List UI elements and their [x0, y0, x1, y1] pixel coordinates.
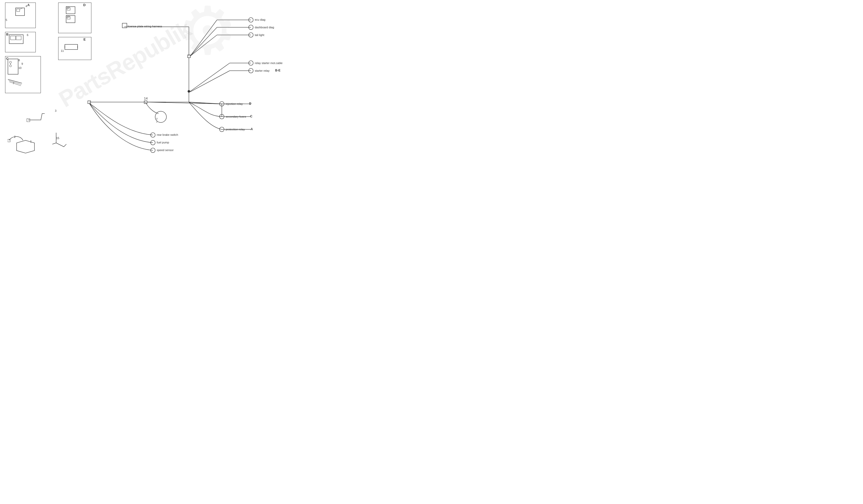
component-box-E	[58, 37, 91, 60]
svg-line-2	[190, 20, 217, 56]
tail-light-label: tail light	[255, 34, 264, 37]
svg-rect-65	[27, 119, 30, 122]
svg-rect-40	[122, 23, 127, 28]
watermark-gear-icon: ⚙	[178, 0, 237, 70]
svg-rect-51	[8, 59, 18, 74]
svg-point-30	[249, 25, 253, 29]
svg-point-39	[151, 148, 155, 153]
svg-point-35	[220, 114, 224, 119]
sensorbox-label-1: 3	[156, 117, 158, 120]
svg-point-37	[151, 133, 155, 137]
num-8: 8	[18, 59, 20, 62]
svg-point-52	[10, 61, 12, 63]
protection-relay-ref: A	[251, 127, 253, 131]
svg-point-33	[249, 68, 253, 73]
box-label-A: A	[27, 3, 29, 7]
ecu-diag-label: ecu diag	[255, 18, 265, 21]
component-box-D	[58, 2, 91, 33]
diagram-container: ⚙ PartsRepublik	[0, 0, 288, 168]
component-1	[15, 138, 38, 156]
injection-relay-ref: D	[249, 102, 251, 105]
num-11: 11	[61, 49, 64, 52]
protection-relay-label: protection relay	[226, 128, 245, 131]
num-1-label: 1	[30, 140, 32, 143]
svg-rect-49	[11, 36, 15, 40]
num-4: 4	[26, 4, 27, 8]
rear-brake-label: rear brake switch	[157, 133, 178, 136]
component-box-A	[5, 2, 36, 28]
injection-relay-label: injection relay	[226, 102, 243, 105]
component-box-B	[5, 32, 36, 52]
starter-relay-ref: B-E	[275, 68, 280, 72]
num-5: 5	[5, 18, 7, 22]
svg-line-11	[190, 71, 230, 92]
dashboard-diag-label: dashboard diag	[255, 26, 274, 29]
num-3: 3	[55, 109, 57, 112]
svg-point-44	[188, 90, 190, 93]
num-14-label: 14	[144, 97, 148, 100]
svg-rect-43	[88, 101, 91, 104]
num-15-label: 15	[56, 137, 59, 140]
starter-relay-label: starter relay	[255, 69, 270, 72]
sensorbox-label-2: 2	[156, 121, 158, 123]
relay-starter-label: relay starter mot.cable	[255, 62, 283, 65]
svg-line-4	[190, 35, 217, 56]
secondary-fuses-ref: C	[250, 115, 252, 118]
box-label-D: D	[83, 3, 86, 7]
svg-rect-41	[188, 55, 190, 58]
svg-rect-66	[8, 139, 10, 142]
box-label-E: E	[84, 38, 86, 41]
component-box-C	[5, 56, 41, 93]
svg-point-38	[151, 140, 155, 145]
fuel-pump-label: fuel pump	[157, 141, 169, 144]
box-label-C: C	[6, 56, 9, 61]
svg-line-3	[190, 27, 217, 56]
num-10: 10	[18, 66, 22, 70]
component-15	[51, 130, 72, 151]
component-3	[26, 109, 51, 124]
svg-rect-46	[16, 9, 20, 12]
license-plate-label: license plate wiring harness	[128, 25, 162, 28]
num-7: 7	[13, 82, 14, 85]
svg-rect-50	[16, 36, 21, 40]
speed-sensor-label: speed sensor	[157, 149, 174, 152]
svg-point-32	[249, 61, 253, 65]
svg-point-34	[220, 102, 224, 106]
num-12: 12	[66, 6, 70, 9]
svg-line-9	[190, 63, 230, 91]
svg-point-31	[249, 33, 253, 37]
num-9: 9	[22, 62, 23, 65]
svg-line-20	[189, 102, 222, 104]
svg-rect-62	[65, 45, 78, 50]
svg-point-29	[249, 17, 253, 22]
num-6: 6	[27, 34, 28, 37]
secondary-fuses-label: secondary fuses	[226, 115, 246, 118]
svg-line-15	[147, 102, 222, 104]
num-13: 13	[66, 15, 70, 18]
box-label-B: B	[6, 33, 9, 36]
svg-point-36	[220, 127, 224, 132]
svg-point-53	[10, 65, 12, 67]
svg-rect-42	[144, 101, 147, 104]
